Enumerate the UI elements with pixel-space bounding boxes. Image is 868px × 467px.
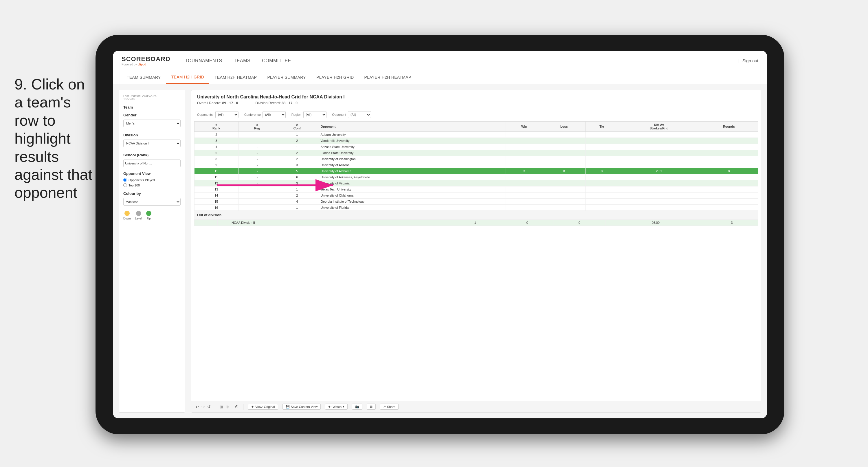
table-row[interactable]: 12-3University of Virginia [194,180,758,186]
clock-icon[interactable]: ⏱ [235,405,239,409]
table-row[interactable]: 16-1University of Florida [194,205,758,211]
table-row[interactable]: 14-2University of Oklahoma [194,193,758,199]
ood-conf [218,220,229,226]
table-cell: 8 [700,168,758,174]
share-button[interactable]: ↗ Share [380,404,399,410]
out-of-division-row[interactable]: NCAA Division II 1 0 0 26.00 3 [194,220,758,226]
table-cell [543,156,585,162]
table-cell [586,132,618,138]
school-label: School (Rank) [123,153,181,157]
table-cell [700,150,758,156]
division-dropdown[interactable]: NCAA Division I NCAA Division II [123,140,181,147]
nav-tournaments[interactable]: TOURNAMENTS [185,57,222,65]
table-cell: - [238,162,276,168]
table-row[interactable]: 4-1Arizona State University [194,144,758,150]
tab-team-h2h-heatmap[interactable]: TEAM H2H HEATMAP [209,71,262,84]
tab-player-summary[interactable]: PLAYER SUMMARY [262,71,311,84]
table-row[interactable]: 11-5University of Alabama3002.618 [194,168,758,174]
colour-by-dropdown[interactable]: Win/loss [123,198,181,206]
table-cell [586,180,618,186]
table-cell: University of Virginia [318,180,506,186]
radio-group: Opponents Played Top 100 [123,178,181,187]
tab-team-summary[interactable]: TEAM SUMMARY [122,71,166,84]
gender-dropdown[interactable]: Men's Women's [123,120,181,127]
out-of-division-table: NCAA Division II 1 0 0 26.00 3 [194,220,758,226]
table-cell [506,162,543,168]
table-cell: 2 [276,138,318,144]
save-icon: 💾 [286,405,290,409]
table-cell [506,205,543,211]
col-tie: Tie [586,122,618,132]
watch-button[interactable]: 👁 Watch ▾ [325,404,348,410]
table-row[interactable]: 13-1Texas Tech University [194,186,758,193]
opponents-select[interactable]: (All) [215,111,239,118]
table-cell [618,180,700,186]
undo-icon[interactable]: ↩ [196,405,199,409]
radio-top-100[interactable]: Top 100 [123,183,181,187]
legend-up-circle [146,211,151,216]
bottom-toolbar: ↩ ↪ ↺ ⊞ ⊕ · ⏱ 👁 View: Original [191,401,761,412]
tab-player-h2h-grid[interactable]: PLAYER H2H GRID [311,71,359,84]
nav-committee[interactable]: COMMITTEE [262,57,291,65]
table-cell: 2 [276,150,318,156]
conference-label: Conference [244,113,261,116]
conference-select[interactable]: (All) [262,111,286,118]
tab-player-h2h-heatmap[interactable]: PLAYER H2H HEATMAP [359,71,416,84]
tablet-frame: SCOREBOARD Powered by clippd TOURNAMENTS… [95,35,784,434]
filter-opponents: Opponents: (All) [197,111,239,118]
nav-teams[interactable]: TEAMS [234,57,251,65]
col-opponent: Opponent [318,122,506,132]
table-row[interactable]: 15-4Georgia Institute of Technology [194,199,758,205]
table-cell: - [238,144,276,150]
last-updated: Last Updated: 27/03/2024 16:55:38 [123,94,181,101]
radio-opponents-played[interactable]: Opponents Played [123,178,181,182]
table-cell [506,199,543,205]
table-cell [700,186,758,193]
table-row[interactable]: 3-2Vanderbilt University [194,138,758,144]
table-cell [700,180,758,186]
table-row[interactable]: 8-2University of Washington [194,156,758,162]
redo-icon[interactable]: ↪ [202,405,205,409]
toolbar-grid-button[interactable]: ⊞ [367,404,376,410]
table-cell [618,199,700,205]
table-cell [506,156,543,162]
table-cell: 5 [276,168,318,174]
col-rank: #Rank [194,122,239,132]
filter-opponent: Opponent (All) [332,111,371,118]
tab-team-h2h-grid[interactable]: TEAM H2H GRID [166,71,210,84]
data-table-container: #Rank #Reg #Conf Opponent Win Loss Tie D… [191,121,761,401]
table-cell [543,150,585,156]
toolbar-camera-button[interactable]: 📷 [352,404,362,410]
main-content: Last Updated: 27/03/2024 16:55:38 Team G… [113,84,767,418]
panel-records: Overall Record: 89 - 17 - 0 Division Rec… [197,101,755,105]
filter-icon[interactable]: ⊞ [220,405,223,409]
table-cell [586,205,618,211]
table-cell [543,186,585,193]
table-cell: - [238,138,276,144]
sign-out-button[interactable]: Sign out [742,58,758,63]
view-original-button[interactable]: 👁 View: Original [248,404,278,410]
copy-icon[interactable]: ⊕ [225,405,229,409]
table-cell: 11 [194,174,239,180]
table-cell [543,138,585,144]
school-value[interactable]: University of Nort... [123,159,181,167]
table-row[interactable]: 11-6University of Arkansas, Fayetteville [194,174,758,180]
region-select[interactable]: (All) [303,111,327,118]
save-custom-button[interactable]: 💾 Save Custom View [282,404,321,410]
table-cell [700,132,758,138]
table-body: 2-1Auburn University3-2Vanderbilt Univer… [194,132,758,211]
table-row[interactable]: 2-1Auburn University [194,132,758,138]
history-icon[interactable]: ↺ [207,405,211,409]
table-head: #Rank #Reg #Conf Opponent Win Loss Tie D… [194,122,758,132]
data-table: #Rank #Reg #Conf Opponent Win Loss Tie D… [194,121,758,211]
toolbar-divider-1 [215,404,215,410]
table-cell [543,180,585,186]
table-cell: - [238,156,276,162]
table-row[interactable]: 6-2Florida State University [194,150,758,156]
table-cell [700,205,758,211]
table-row[interactable]: 9-3University of Arizona [194,162,758,168]
table-cell [506,144,543,150]
table-cell: 0 [586,168,618,174]
opponent-select[interactable]: (All) [348,111,371,118]
table-cell: - [238,180,276,186]
